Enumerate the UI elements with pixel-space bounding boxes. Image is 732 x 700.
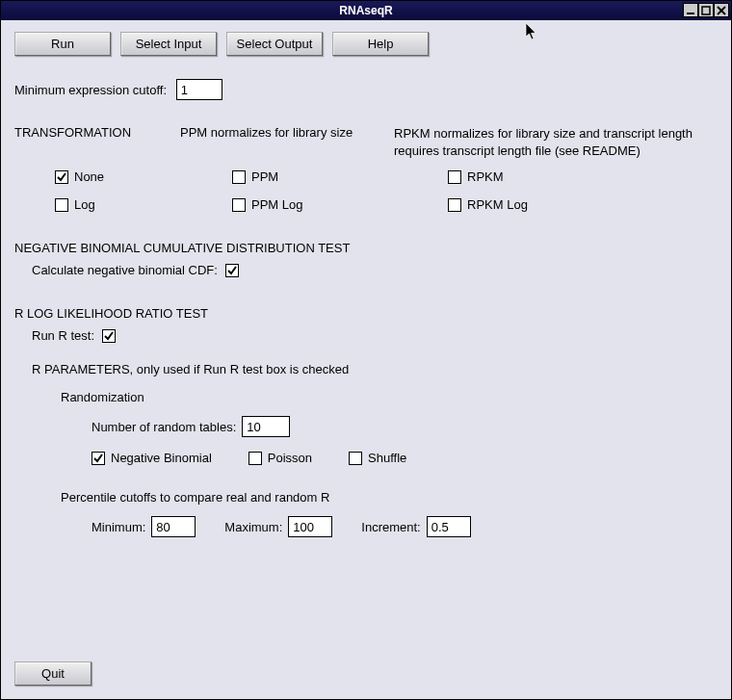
select-output-button[interactable]: Select Output xyxy=(226,32,323,56)
randomization-method-row: Negative Binomial Poisson Shuffle xyxy=(92,451,718,465)
select-input-button[interactable]: Select Input xyxy=(120,32,217,56)
titlebar: RNAseqR xyxy=(1,1,731,20)
ppm-checkbox[interactable] xyxy=(232,170,246,184)
poisson-checkbox[interactable] xyxy=(248,452,262,465)
svg-rect-1 xyxy=(702,7,710,14)
transformation-options: None PPM RPKM Log PPM Log xyxy=(55,169,718,212)
log-checkbox[interactable] xyxy=(55,198,68,212)
r-params-label: R PARAMETERS, only used if Run R test bo… xyxy=(32,362,718,376)
num-tables-row: Number of random tables: xyxy=(92,416,718,437)
nbcdf-label: Calculate negative binomial CDF: xyxy=(32,263,218,277)
shuffle-checkbox[interactable] xyxy=(349,452,362,465)
neg-binomial-label: Negative Binomial xyxy=(111,451,212,465)
window-title: RNAseqR xyxy=(1,4,731,17)
content-area: Run Select Input Select Output Help Mini… xyxy=(1,20,731,699)
num-tables-input[interactable] xyxy=(242,416,290,437)
nbcdf-row: Calculate negative binomial CDF: xyxy=(32,263,718,277)
none-label: None xyxy=(74,169,104,184)
min-input[interactable] xyxy=(151,516,196,537)
percentile-row: Minimum: Maximum: Increment: xyxy=(92,516,718,537)
ppm-label: PPM xyxy=(251,169,278,184)
app-window: RNAseqR Run Select Input Select Output H… xyxy=(0,0,732,700)
inc-label: Increment: xyxy=(361,520,420,534)
nbcdf-checkbox[interactable] xyxy=(225,264,239,277)
min-label: Minimum: xyxy=(92,520,145,534)
ppm-header: PPM normalizes for library size xyxy=(180,125,394,160)
percentile-title: Percentile cutoffs to compare real and r… xyxy=(61,490,718,505)
none-checkbox[interactable] xyxy=(55,170,68,184)
min-expr-label: Minimum expression cutoff: xyxy=(14,83,167,97)
rpkm-log-checkbox[interactable] xyxy=(448,198,461,212)
window-controls xyxy=(683,3,729,17)
randomization-title: Randomization xyxy=(61,390,718,404)
log-label: Log xyxy=(74,197,95,212)
rpkm-log-label: RPKM Log xyxy=(467,197,528,212)
run-r-test-checkbox[interactable] xyxy=(102,329,116,343)
nbcdf-title: NEGATIVE BINOMIAL CUMULATIVE DISTRIBUTIO… xyxy=(14,241,718,255)
run-r-test-row: Run R test: xyxy=(32,328,718,343)
help-button[interactable]: Help xyxy=(332,32,429,56)
run-r-test-label: Run R test: xyxy=(32,328,94,343)
shuffle-label: Shuffle xyxy=(368,451,406,465)
rpkm-label: RPKM xyxy=(467,169,504,184)
rpkm-header-line1: RPKM normalizes for library size and tra… xyxy=(394,126,693,141)
maximize-button[interactable] xyxy=(698,3,714,17)
neg-binomial-checkbox[interactable] xyxy=(92,452,105,465)
ppm-log-label: PPM Log xyxy=(251,197,302,212)
transformation-title: TRANSFORMATION xyxy=(14,125,180,160)
rtest-title: R LOG LIKELIHOOD RATIO TEST xyxy=(14,306,718,321)
inc-input[interactable] xyxy=(427,516,471,537)
quit-button[interactable]: Quit xyxy=(14,661,92,686)
minimize-button[interactable] xyxy=(683,3,698,17)
max-label: Maximum: xyxy=(224,520,282,534)
poisson-label: Poisson xyxy=(268,451,312,465)
svg-rect-0 xyxy=(687,13,694,14)
quit-area: Quit xyxy=(14,661,92,686)
rpkm-header-line2: requires transcript length file (see REA… xyxy=(394,143,640,158)
run-button[interactable]: Run xyxy=(14,32,111,56)
rpkm-header: RPKM normalizes for library size and tra… xyxy=(394,125,718,160)
rpkm-checkbox[interactable] xyxy=(448,170,461,184)
max-input[interactable] xyxy=(288,516,332,537)
toolbar: Run Select Input Select Output Help xyxy=(14,32,718,56)
ppm-log-checkbox[interactable] xyxy=(232,198,246,212)
transformation-header-row: TRANSFORMATION PPM normalizes for librar… xyxy=(14,125,718,160)
min-expr-row: Minimum expression cutoff: xyxy=(14,79,718,100)
min-expr-input[interactable] xyxy=(176,79,222,100)
num-tables-label: Number of random tables: xyxy=(92,420,236,434)
close-button[interactable] xyxy=(714,3,729,17)
